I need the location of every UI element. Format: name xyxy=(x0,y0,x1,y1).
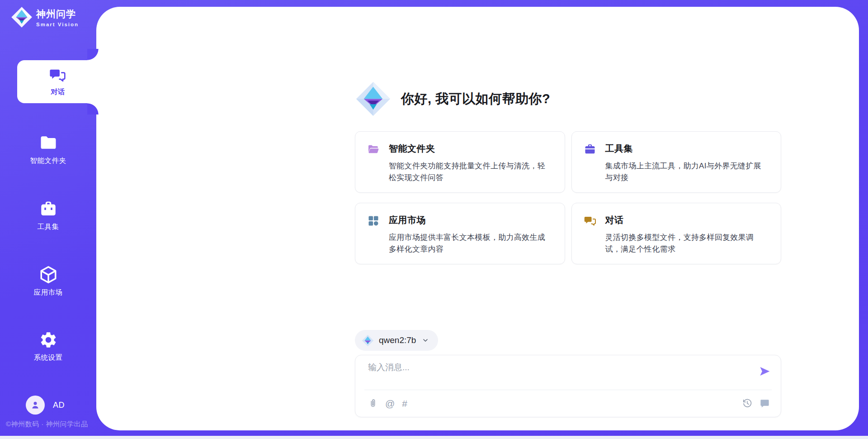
folder-icon xyxy=(38,133,58,153)
main-content-panel: 你好, 我可以如何帮助你? 智能文件夹 智能文件夹功能支持批量文件上传与清洗，轻… xyxy=(96,7,859,430)
gear-icon xyxy=(38,330,58,350)
brand: 神州问学 Smart Vision xyxy=(11,6,79,28)
sidebar-item-toolset[interactable]: 工具集 xyxy=(0,199,96,232)
attach-file-button[interactable] xyxy=(368,398,378,408)
model-logo-icon xyxy=(362,334,374,347)
feature-cards: 智能文件夹 智能文件夹功能支持批量文件上传与清洗，轻松实现文件问答 工具集 集成… xyxy=(355,131,781,264)
sidebar-item-settings[interactable]: 系统设置 xyxy=(0,330,96,363)
apps-grid-icon xyxy=(367,215,380,227)
copyright-text: ©神州数码 · 神州问学出品 xyxy=(6,420,88,429)
topic-button[interactable]: # xyxy=(402,399,407,408)
card-description: 集成市场上主流工具，助力AI与外界无缝扩展与对接 xyxy=(605,160,769,183)
chat-bubbles-icon xyxy=(584,215,596,227)
sidebar-item-chat[interactable]: 对话 xyxy=(17,60,99,103)
user-profile[interactable]: AD xyxy=(26,396,65,415)
sidebar-item-label: 对话 xyxy=(51,87,65,97)
card-title: 工具集 xyxy=(605,143,769,156)
card-description: 应用市场提供丰富长文本模板，助力高效生成多样化文章内容 xyxy=(389,232,553,255)
user-initials: AD xyxy=(53,401,65,410)
sidebar-item-label: 应用市场 xyxy=(34,288,63,297)
card-title: 对话 xyxy=(605,214,769,227)
avatar xyxy=(26,396,45,415)
chat-bubble-icon xyxy=(760,398,770,409)
sidebar: 神州问学 Smart Vision 对话 智能文件夹 xyxy=(0,0,96,436)
card-description: 智能文件夹功能支持批量文件上传与清洗，轻松实现文件问答 xyxy=(389,160,553,183)
sidebar-item-label: 系统设置 xyxy=(34,353,63,363)
chevron-down-icon xyxy=(422,337,429,344)
card-app-market[interactable]: 应用市场 应用市场提供丰富长文本模板，助力高效生成多样化文章内容 xyxy=(355,203,565,264)
history-icon xyxy=(742,398,752,408)
active-tab-curve-bottom xyxy=(87,103,99,115)
at-icon: @ xyxy=(385,399,395,408)
chat-bubbles-icon xyxy=(49,67,67,85)
assistant-logo-icon xyxy=(355,81,391,117)
composer-toolbar: @ # xyxy=(368,395,770,411)
card-description: 灵活切换多模型文件，支持多样回复效果调试，满足个性化需求 xyxy=(605,232,769,255)
history-button[interactable] xyxy=(742,398,752,408)
person-icon xyxy=(30,400,41,410)
hash-icon: # xyxy=(402,399,407,408)
brand-title: 神州问学 xyxy=(36,8,79,20)
brand-subtitle: Smart Vision xyxy=(36,22,79,27)
mention-button[interactable]: @ xyxy=(385,399,395,408)
toolbox-icon xyxy=(584,143,596,156)
card-title: 应用市场 xyxy=(389,214,553,227)
message-composer: @ # xyxy=(355,355,781,417)
composer-toolbar-right xyxy=(735,398,770,409)
card-toolset[interactable]: 工具集 集成市场上主流工具，助力AI与外界无缝扩展与对接 xyxy=(571,131,782,193)
sidebar-item-label: 智能文件夹 xyxy=(30,156,66,166)
message-input[interactable] xyxy=(368,362,743,387)
paperclip-icon xyxy=(368,398,378,408)
sidebar-item-label: 工具集 xyxy=(38,222,59,232)
toolbox-icon xyxy=(38,199,58,219)
cube-icon xyxy=(38,265,58,285)
page-bottom-edge xyxy=(0,436,868,439)
brand-logo-icon xyxy=(11,6,33,28)
model-name: qwen2:7b xyxy=(379,335,416,345)
greeting: 你好, 我可以如何帮助你? xyxy=(355,81,550,117)
new-chat-button[interactable] xyxy=(760,398,770,409)
composer-divider xyxy=(364,390,772,390)
model-selector[interactable]: qwen2:7b xyxy=(355,330,438,351)
active-tab-curve-top xyxy=(87,49,99,60)
sidebar-item-smart-folder[interactable]: 智能文件夹 xyxy=(0,133,96,166)
app-window: 神州问学 Smart Vision 对话 智能文件夹 xyxy=(0,0,868,439)
send-icon xyxy=(759,365,771,377)
sidebar-item-app-market[interactable]: 应用市场 xyxy=(0,265,96,297)
send-button[interactable] xyxy=(759,365,771,377)
brand-text: 神州问学 Smart Vision xyxy=(36,8,79,27)
folder-open-icon xyxy=(367,143,380,156)
card-title: 智能文件夹 xyxy=(389,143,553,156)
card-smart-folder[interactable]: 智能文件夹 智能文件夹功能支持批量文件上传与清洗，轻松实现文件问答 xyxy=(355,131,565,193)
greeting-title: 你好, 我可以如何帮助你? xyxy=(401,90,550,108)
card-chat[interactable]: 对话 灵活切换多模型文件，支持多样回复效果调试，满足个性化需求 xyxy=(571,203,782,264)
